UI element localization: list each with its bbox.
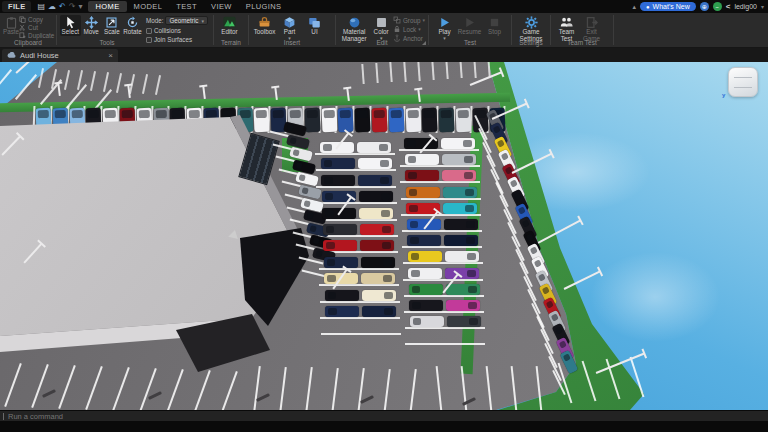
car[interactable] (445, 251, 479, 262)
car-windshield (530, 246, 538, 254)
status-icon[interactable]: − (713, 2, 722, 11)
car[interactable] (443, 187, 477, 198)
car[interactable] (409, 300, 443, 311)
car[interactable] (444, 235, 478, 246)
car[interactable] (443, 203, 477, 214)
mode-dropdown[interactable]: Geometric ▾ (165, 16, 208, 25)
tab-test[interactable]: TEST (169, 1, 204, 12)
car[interactable] (439, 108, 455, 133)
car[interactable] (362, 306, 396, 317)
dialog-launcher-icon[interactable] (422, 41, 426, 45)
car[interactable] (355, 108, 371, 133)
car[interactable] (359, 191, 393, 202)
car[interactable] (444, 219, 478, 230)
tab-home[interactable]: HOME (88, 1, 126, 12)
lock-button[interactable]: Lock ▾ (393, 25, 425, 33)
car[interactable] (456, 108, 472, 133)
car[interactable] (361, 257, 395, 268)
select-tool-button[interactable]: Select (60, 15, 81, 36)
share-icon[interactable]: < (726, 2, 731, 11)
terrain-editor-button[interactable]: Editor (217, 15, 242, 36)
3d-viewport[interactable]: y (0, 62, 768, 410)
part-button[interactable]: Part ▾ (277, 15, 302, 41)
globe-icon[interactable]: ⊕ (700, 2, 709, 11)
play-button[interactable]: Play ▾ (432, 15, 457, 41)
car[interactable] (325, 290, 359, 301)
car[interactable] (324, 257, 358, 268)
car[interactable] (422, 108, 438, 133)
car[interactable] (442, 170, 476, 181)
tab-plugins[interactable]: PLUGINS (239, 1, 289, 12)
file-menu-button[interactable]: FILE (2, 1, 31, 12)
car[interactable] (445, 268, 479, 279)
clipboard-section-label: Clipboard (0, 39, 56, 46)
car[interactable] (372, 108, 388, 133)
car[interactable] (446, 284, 480, 295)
publish-icon[interactable]: ☁ (48, 3, 56, 11)
car[interactable] (360, 224, 394, 235)
car[interactable] (447, 316, 481, 327)
car[interactable] (442, 154, 476, 165)
scale-tool-button[interactable]: Scale (101, 15, 122, 36)
close-tab-icon[interactable]: × (108, 51, 113, 60)
car[interactable] (404, 138, 438, 149)
undo-icon[interactable]: ↶ (59, 3, 66, 11)
car[interactable] (446, 300, 480, 311)
collapse-ribbon-icon[interactable]: ▴ (632, 3, 636, 11)
car[interactable] (321, 175, 355, 186)
cut-button[interactable]: Cut (19, 24, 54, 31)
stop-button[interactable]: Stop (482, 15, 507, 36)
lamp-post[interactable] (15, 62, 38, 73)
car[interactable] (357, 142, 391, 153)
collisions-checkbox[interactable]: Collisions (146, 27, 208, 34)
car[interactable] (321, 108, 337, 133)
lock-caret-icon: ▾ (418, 26, 421, 32)
car[interactable] (406, 187, 440, 198)
car[interactable] (360, 240, 394, 251)
car[interactable] (405, 170, 439, 181)
save-icon[interactable]: ▤ (37, 3, 45, 11)
ui-button[interactable]: UI (302, 15, 327, 36)
tab-view[interactable]: VIEW (204, 1, 239, 12)
command-input[interactable] (8, 412, 308, 421)
car[interactable] (407, 235, 441, 246)
car[interactable] (338, 108, 354, 133)
car[interactable] (409, 284, 443, 295)
car[interactable] (410, 316, 444, 327)
car[interactable] (405, 108, 421, 133)
car[interactable] (408, 251, 442, 262)
car[interactable] (359, 208, 393, 219)
car[interactable] (358, 175, 392, 186)
car[interactable] (304, 108, 320, 133)
toolbar-options-caret-icon[interactable]: ▾ (78, 3, 82, 11)
car[interactable] (358, 158, 392, 169)
paste-button[interactable]: Paste (3, 15, 19, 36)
car[interactable] (405, 154, 439, 165)
redo-icon[interactable]: ↷ (69, 3, 76, 11)
color-button[interactable]: Color ▾ (369, 15, 393, 41)
car[interactable] (408, 268, 442, 279)
tab-model[interactable]: MODEL (127, 1, 170, 12)
car[interactable] (323, 240, 357, 251)
resume-button[interactable]: Resume (457, 15, 482, 36)
place-tab[interactable]: Audi House × (2, 49, 118, 62)
move-tool-button[interactable]: Move (81, 15, 102, 36)
group-button[interactable]: Group ▾ (393, 16, 425, 24)
username[interactable]: ledig00 (734, 3, 757, 10)
car[interactable] (321, 158, 355, 169)
copy-button[interactable]: Copy (19, 16, 54, 23)
car[interactable] (254, 108, 270, 133)
command-bar[interactable] (0, 410, 768, 421)
toolbox-button[interactable]: Toolbox (252, 15, 277, 36)
car[interactable] (388, 108, 404, 133)
car[interactable] (441, 138, 475, 149)
car[interactable] (323, 224, 357, 235)
user-caret-icon[interactable]: ▾ (761, 3, 764, 10)
car[interactable] (362, 290, 396, 301)
rotate-tool-button[interactable]: Rotate (122, 15, 143, 36)
car[interactable] (361, 273, 395, 284)
car[interactable] (325, 306, 359, 317)
duplicate-button[interactable]: Duplicate (19, 32, 54, 39)
whats-new-button[interactable]: ● What's New (640, 2, 696, 11)
view-selector-cube[interactable]: y (728, 67, 758, 97)
